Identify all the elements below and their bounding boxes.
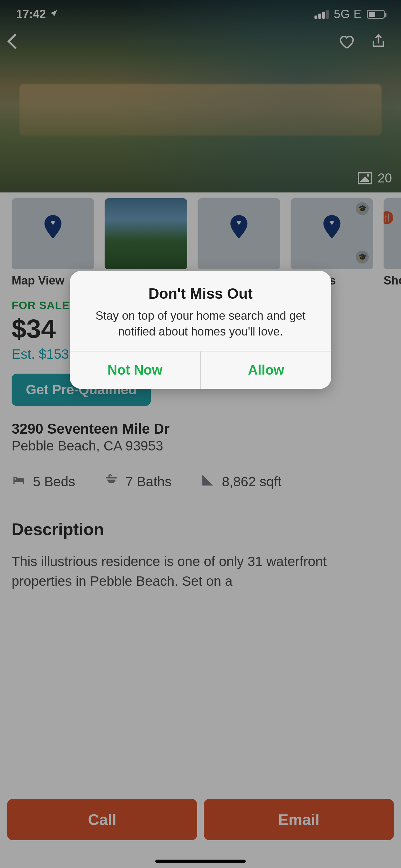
alert-allow-button[interactable]: Allow — [200, 351, 331, 389]
alert-title: Don't Miss Out — [85, 285, 316, 303]
modal-backdrop[interactable] — [0, 0, 401, 868]
notification-permission-alert: Don't Miss Out Stay on top of your home … — [70, 271, 331, 389]
alert-message: Stay on top of your home search and get … — [85, 308, 316, 340]
alert-not-now-button[interactable]: Not Now — [70, 351, 200, 389]
